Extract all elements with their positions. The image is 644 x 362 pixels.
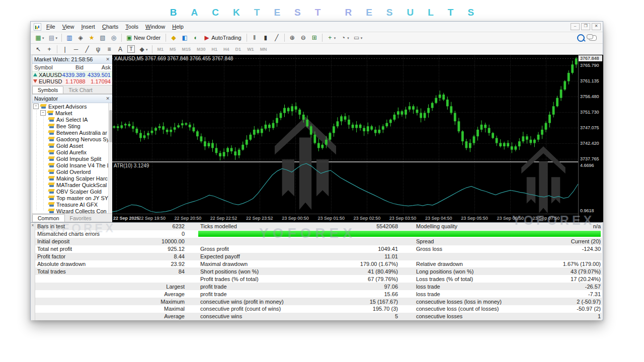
strategy-tester-button[interactable]: ◎ bbox=[108, 33, 119, 43]
templates-icon: ▭ bbox=[353, 34, 361, 42]
strategy-tester-icon: ◎ bbox=[110, 34, 118, 42]
menu-item-charts[interactable]: Charts bbox=[99, 23, 122, 31]
autotrading-button[interactable]: ▶AutoTrading bbox=[201, 33, 245, 43]
data-window-button[interactable]: ◈ bbox=[75, 33, 86, 43]
result-label: Total net profit bbox=[35, 246, 128, 252]
timeframe-button-w1[interactable]: W1 bbox=[245, 46, 257, 53]
result-label: Relative drawdown bbox=[414, 261, 535, 267]
new-chart-icon: ▦ bbox=[34, 34, 42, 42]
page-title: BACKTESTRESULTS bbox=[0, 7, 644, 18]
search-icon[interactable] bbox=[577, 34, 585, 42]
mt4-window: FileViewInsertChartsToolsWindowHelp –❐✕ … bbox=[30, 21, 603, 320]
trendline-tool[interactable]: ╱ bbox=[82, 44, 93, 54]
profiles-button[interactable]: ▤▾ bbox=[46, 33, 60, 43]
symbol-row-eurusd[interactable]: EURUSD1.170881.17094 bbox=[32, 78, 113, 84]
close-icon[interactable]: ✕ bbox=[105, 57, 111, 62]
tree-guide bbox=[36, 109, 37, 210]
timeframe-button-m15[interactable]: M15 bbox=[180, 46, 194, 53]
periods-icon: ◔ bbox=[339, 34, 347, 42]
bar-chart-button[interactable]: ‖ bbox=[249, 33, 260, 43]
metaeditor-button[interactable]: ◆ bbox=[168, 33, 179, 43]
expert-advisor-icon bbox=[40, 104, 47, 109]
line-chart-button[interactable]: ╱ bbox=[271, 33, 282, 43]
menu-item-tools[interactable]: Tools bbox=[122, 23, 142, 31]
timeframe-button-m1[interactable]: M1 bbox=[155, 46, 167, 53]
chart-window[interactable]: XAUUSD,M5 3767.669 3767.848 3766.455 376… bbox=[112, 55, 603, 222]
dropdown-arrow-icon: ▾ bbox=[334, 36, 336, 40]
terminal-button[interactable]: ▧ bbox=[97, 33, 108, 43]
toolbar-separator bbox=[247, 34, 247, 42]
timeframe-button-h1[interactable]: H1 bbox=[209, 46, 220, 53]
hline-tool[interactable]: ─ bbox=[70, 44, 82, 54]
result-value: 15.66 bbox=[333, 291, 399, 297]
channel-tool[interactable]: ψ bbox=[93, 44, 104, 54]
tree-label: Wizard Collects Con bbox=[56, 208, 107, 214]
tree-expander[interactable]: − bbox=[40, 110, 46, 116]
navigator-button[interactable]: ★ bbox=[86, 33, 97, 43]
result-label: Initial deposit bbox=[35, 238, 128, 244]
navigator-tab-common[interactable]: Common bbox=[32, 214, 65, 222]
close-button[interactable]: ✕ bbox=[592, 23, 601, 30]
globe-button[interactable]: ◐ bbox=[190, 33, 201, 43]
menu-item-insert[interactable]: Insert bbox=[77, 23, 99, 31]
timeframe-button-mn[interactable]: MN bbox=[258, 46, 270, 53]
tree-expander[interactable]: − bbox=[33, 104, 39, 109]
restore-button[interactable]: ❐ bbox=[581, 23, 590, 30]
market-watch-button[interactable]: ▥ bbox=[64, 33, 75, 43]
menu-item-view[interactable]: View bbox=[59, 23, 78, 31]
vline-tool[interactable]: | bbox=[59, 44, 70, 54]
time-tick-label: 22 Sep 23:52 bbox=[246, 216, 273, 221]
candle-chart-icon: ▮ bbox=[262, 34, 270, 42]
navigator-item-expert-advisors[interactable]: −Expert Advisors bbox=[32, 103, 109, 110]
templates-button[interactable]: ▭▾ bbox=[351, 33, 365, 43]
menu-item-file[interactable]: File bbox=[43, 23, 59, 31]
menu-item-help[interactable]: Help bbox=[169, 23, 187, 31]
expert-advisor-icon bbox=[48, 182, 55, 188]
text-label-tool[interactable]: T bbox=[126, 44, 136, 54]
timeframe-button-m5[interactable]: M5 bbox=[167, 46, 179, 53]
fibonacci-tool[interactable]: ≡ bbox=[104, 44, 115, 54]
chart-main-pane[interactable]: XAUUSD,M5 3767.669 3767.848 3766.455 376… bbox=[112, 55, 578, 161]
text-tool[interactable]: A bbox=[115, 44, 126, 54]
result-value: 84 bbox=[128, 268, 186, 275]
time-tick-label: 22 Sep 20:50 bbox=[175, 216, 202, 221]
navigator-tab-favorites[interactable]: Favorites bbox=[65, 215, 97, 222]
chat-icon[interactable] bbox=[589, 35, 597, 41]
bid-value: 1.17088 bbox=[62, 78, 87, 84]
crosshair-tool[interactable]: + bbox=[44, 44, 55, 54]
atr-indicator-pane[interactable]: ATR(10) 3.1249 bbox=[112, 162, 578, 214]
autotrading-icon: ▶ bbox=[203, 34, 211, 42]
result-label: Profit factor bbox=[35, 253, 128, 259]
close-icon[interactable]: ✕ bbox=[105, 96, 111, 101]
market-watch-tab-symbols[interactable]: Symbols bbox=[32, 86, 63, 94]
new-order-button[interactable]: ▣New Order bbox=[124, 33, 164, 43]
price-tick-label: 3756.480 bbox=[580, 94, 599, 99]
tree-guide bbox=[43, 116, 44, 210]
result-value: Largest bbox=[128, 284, 186, 290]
menu-item-window[interactable]: Window bbox=[142, 23, 169, 31]
expert-advisor-icon bbox=[48, 208, 55, 213]
cursor-tool[interactable]: ↖ bbox=[33, 44, 44, 54]
zoom-in-button[interactable]: ⊕ bbox=[287, 33, 298, 43]
style-button[interactable]: ◧ bbox=[179, 33, 190, 43]
symbol-row-xauusd[interactable]: XAUUSD4339.3894339.501 bbox=[32, 71, 113, 78]
zoom-out-button[interactable]: ⊖ bbox=[298, 33, 309, 43]
shapes-tool[interactable]: ◆▾ bbox=[136, 44, 150, 54]
minimize-button[interactable]: – bbox=[571, 23, 580, 30]
tree-label: Gold Overlord bbox=[56, 169, 91, 175]
market-watch-tab-tick-chart[interactable]: Tick Chart bbox=[63, 86, 97, 94]
tree-label: Gold Insane V4 The L bbox=[56, 162, 109, 168]
tile-windows-button[interactable]: ⊞ bbox=[309, 33, 320, 43]
result-value: 17 (20.24%) bbox=[535, 276, 602, 282]
timeframe-button-m30[interactable]: M30 bbox=[194, 46, 208, 53]
candle-chart-button[interactable]: ▮ bbox=[260, 33, 271, 43]
timeframe-button-d1[interactable]: D1 bbox=[233, 46, 244, 53]
periods-button[interactable]: ◔▾ bbox=[338, 33, 351, 43]
price-scale: 3765.7903761.1353756.4803751.7303747.075… bbox=[578, 55, 603, 222]
indicators-button[interactable]: +▾ bbox=[325, 33, 338, 43]
timeframe-button-h4[interactable]: H4 bbox=[221, 46, 232, 53]
new-chart-button[interactable]: ▦▾ bbox=[33, 33, 46, 43]
line-chart-icon: ╱ bbox=[273, 34, 281, 42]
navigator-tabs: CommonFavorites bbox=[32, 213, 113, 222]
close-icon[interactable]: x bbox=[32, 223, 34, 227]
